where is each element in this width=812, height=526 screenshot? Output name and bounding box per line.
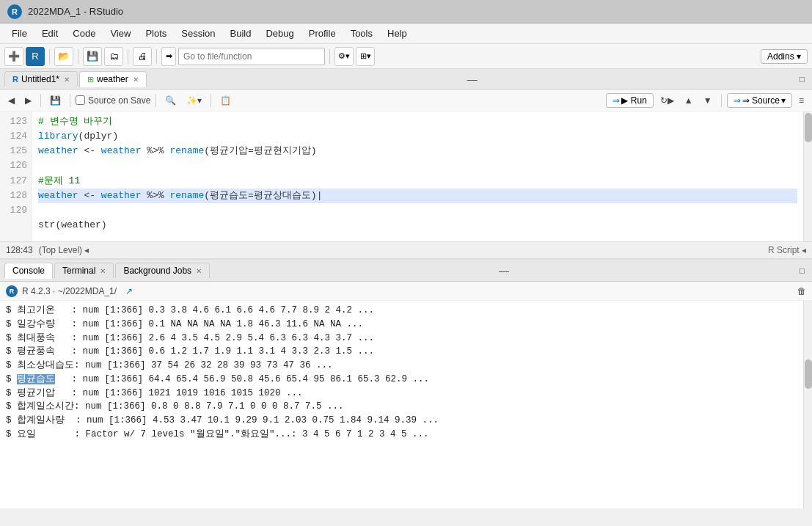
terminal-tab-close[interactable]: ✕ — [100, 267, 106, 275]
addins-button[interactable]: Addins ▾ — [761, 49, 808, 64]
weather-tab-label: weather — [97, 74, 128, 84]
menu-session[interactable]: Session — [175, 26, 221, 40]
line-numbers: 123 124 125 126 127 128 129 — [0, 112, 32, 241]
code-content[interactable]: # 변수명 바꾸기 library(dplyr) weather <- weat… — [32, 112, 803, 241]
highlight-humidity: 평균습도 — [17, 374, 55, 384]
tab-background-jobs[interactable]: Background Jobs ✕ — [115, 263, 210, 278]
console-scrollbar[interactable] — [803, 301, 812, 508]
save-button[interactable]: 💾 — [83, 47, 102, 66]
goto-arrow[interactable]: ➡ — [161, 47, 176, 66]
console-panel-row: $ 최고기온 : num [1:366] 0.3 3.8 4.6 6.1 6.6… — [0, 301, 812, 508]
options-button[interactable]: ⚙▾ — [334, 47, 354, 66]
magic-button[interactable]: ✨▾ — [183, 95, 205, 106]
editor-maximize-button[interactable]: □ — [797, 73, 808, 86]
tab-weather[interactable]: ⊞ weather ✕ — [79, 71, 147, 87]
run-icon: ⇒ — [612, 95, 620, 106]
print-button[interactable]: 🖨 — [133, 47, 152, 66]
menu-file[interactable]: File — [6, 26, 33, 40]
code-line-124: library(dplyr) — [38, 131, 118, 142]
toolbar-separator-2 — [78, 49, 78, 64]
menu-code[interactable]: Code — [67, 26, 101, 40]
code-area: 123 124 125 126 127 128 129 # 변수명 바꾸기 li… — [0, 112, 812, 241]
line-num-123: 123 — [4, 114, 27, 129]
new-file-button[interactable]: ➕ — [4, 47, 23, 66]
source-on-save-label: Source on Save — [88, 95, 150, 106]
status-bar: 128:43 (Top Level) ◂ R Script ◂ — [0, 241, 812, 259]
menu-build[interactable]: Build — [224, 26, 257, 40]
editor-scroll-thumb[interactable] — [805, 113, 812, 142]
toolbar-separator-5 — [329, 49, 330, 64]
console-line-9: $ 요일 : Factor w/ 7 levels "월요일"."화요일"...… — [6, 428, 797, 442]
console-path-link[interactable]: ↗ — [125, 286, 133, 296]
code-line-123: # 변수명 바꾸기 — [38, 116, 112, 127]
line-num-127: 127 — [4, 174, 27, 189]
console-line-5: $ 평균습도 : num [1:366] 64.4 65.4 56.9 50.8… — [6, 373, 797, 387]
open-file-button[interactable]: R — [26, 47, 45, 66]
menu-debug[interactable]: Debug — [260, 26, 299, 40]
console-line-3: $ 평균풍속 : num [1:366] 0.6 1.2 1.7 1.9 1.1… — [6, 345, 797, 359]
line-num-128: 128 — [4, 189, 27, 203]
console-line-8: $ 합계일사량 : num [1:366] 4.53 3.47 10.1 9.2… — [6, 414, 797, 428]
subtoolbar-sep5 — [721, 94, 722, 107]
console-line-2: $ 최대풍속 : num [1:366] 2.6 4 3.5 4.5 2.9 5… — [6, 332, 797, 346]
editor-subtoolbar: ◀ ▶ 💾 Source on Save 🔍 ✨▾ 📋 ⇒ ▶ Run ↻▶ ▲… — [0, 90, 812, 112]
tab-terminal[interactable]: Terminal ✕ — [54, 263, 114, 278]
console-line-7: $ 합계일소시간: num [1:366] 0.8 0 8.8 7.9 7.1 … — [6, 400, 797, 414]
console-line-6: $ 평균기압 : num [1:366] 1021 1019 1016 1015… — [6, 387, 797, 401]
tab-untitled1[interactable]: R Untitled1* ✕ — [4, 71, 78, 87]
source-button[interactable]: ⇒ ⇒ Source ▾ — [727, 93, 792, 108]
cursor-position: 128:43 — [6, 245, 33, 255]
bgjobs-tab-label: Background Jobs — [123, 266, 191, 276]
subtoolbar-sep1 — [40, 94, 41, 107]
forward-button[interactable]: ▶ — [21, 95, 35, 106]
code-level[interactable]: (Top Level) ◂ — [39, 245, 89, 255]
console-line-4: $ 최소상대습도: num [1:366] 37 54 26 32 28 39 … — [6, 359, 797, 373]
console-clear-button[interactable]: 🗑 — [797, 286, 806, 296]
tab-console[interactable]: Console — [4, 263, 53, 279]
editor-tabs: R Untitled1* ✕ ⊞ weather ✕ — □ — [0, 69, 812, 90]
menu-tools[interactable]: Tools — [345, 26, 378, 40]
console-maximize-button[interactable]: □ — [797, 264, 808, 277]
editor-area: R Untitled1* ✕ ⊞ weather ✕ — □ ◀ ▶ 💾 Sou… — [0, 69, 812, 260]
console-scroll-thumb[interactable] — [805, 359, 812, 389]
source-dropdown[interactable]: ▾ — [781, 95, 786, 106]
source-label: ⇒ Source — [742, 95, 780, 106]
line-num-129: 129 — [4, 203, 27, 218]
grid-button[interactable]: ⊞▾ — [356, 47, 375, 66]
rerun-button[interactable]: ↻▶ — [656, 95, 678, 106]
menu-help[interactable]: Help — [381, 26, 413, 40]
toolbar-separator-1 — [49, 49, 50, 64]
run-button[interactable]: ⇒ ▶ Run — [606, 93, 653, 108]
menu-edit[interactable]: Edit — [36, 26, 64, 40]
save-editor-button[interactable]: 💾 — [46, 95, 65, 106]
search-button[interactable]: 🔍 — [161, 95, 180, 106]
up-button[interactable]: ▲ — [681, 95, 697, 106]
editor-scrollbar[interactable] — [803, 112, 812, 241]
copy-button[interactable]: 📋 — [216, 95, 235, 106]
console-output[interactable]: $ 최고기온 : num [1:366] 0.3 3.8 4.6 6.1 6.6… — [0, 301, 803, 508]
code-line-128: weather <- weather %>% rename(평균습도=평균상대습… — [38, 189, 797, 203]
code-line-127: #문제 11 — [38, 175, 80, 186]
bgjobs-tab-close[interactable]: ✕ — [196, 267, 202, 275]
source-on-save-checkbox[interactable] — [76, 95, 85, 105]
save-all-button[interactable]: 🗂 — [104, 47, 123, 66]
goto-input[interactable] — [178, 48, 325, 65]
subtoolbar-sep4 — [211, 94, 211, 107]
console-tab-label: Console — [12, 266, 45, 276]
console-minimize-button[interactable]: — — [496, 263, 512, 278]
untitled-tab-close[interactable]: ✕ — [64, 76, 70, 84]
menu-plots[interactable]: Plots — [139, 26, 172, 40]
console-path: R 4.2.3 · ~/2022MDA_1/ — [22, 286, 117, 296]
weather-tab-close[interactable]: ✕ — [133, 76, 139, 84]
script-type[interactable]: R Script ◂ — [768, 245, 806, 255]
down-button[interactable]: ▼ — [700, 95, 716, 106]
back-button[interactable]: ◀ — [4, 95, 18, 106]
bottom-tabs: Console Terminal ✕ Background Jobs ✕ — □ — [0, 260, 812, 282]
open-folder-button[interactable]: 📂 — [54, 47, 73, 66]
menu-view[interactable]: View — [104, 26, 136, 40]
menu-profile[interactable]: Profile — [303, 26, 342, 40]
editor-minimize-button[interactable]: — — [464, 72, 480, 87]
untitled-tab-icon: R — [12, 75, 18, 84]
rstudio-logo: R — [7, 4, 22, 19]
editor-menu-button[interactable]: ≡ — [795, 95, 808, 106]
